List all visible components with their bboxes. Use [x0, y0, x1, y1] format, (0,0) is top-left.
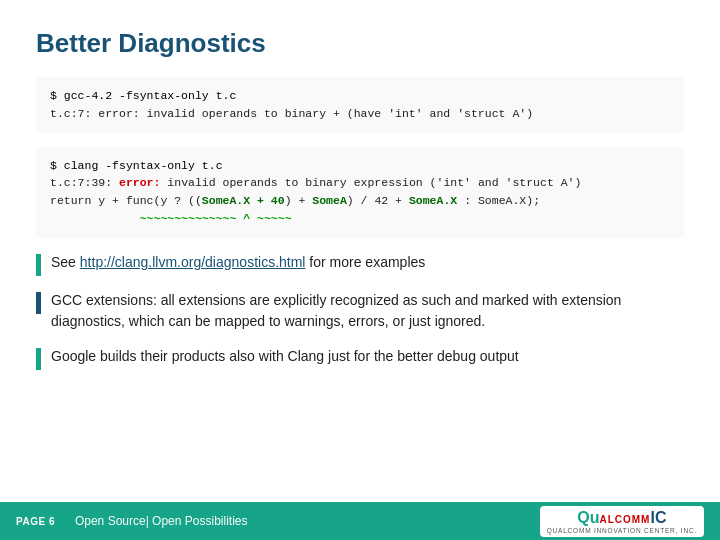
clang-error-line: t.c:7:39: error: invalid operands to bin…	[50, 174, 670, 192]
footer-page-number: PAGE 6	[16, 516, 55, 527]
gcc-command-line: $ gcc-4.2 -fsyntax-only t.c	[50, 87, 670, 105]
logo-tagline: QUALCOMM INNOVATION CENTER, INC.	[547, 527, 697, 534]
bullet-gcc-extensions: GCC extensions: all extensions are expli…	[36, 290, 684, 332]
footer-logo: QuALCOMMIC QUALCOMM INNOVATION CENTER, I…	[540, 506, 704, 537]
logo-ic-text: IC	[650, 509, 666, 527]
bullet-text-3: Google builds their products also with C…	[51, 346, 519, 367]
slide: Better Diagnostics $ gcc-4.2 -fsyntax-on…	[0, 0, 720, 540]
bullet-text-1: See http://clang.llvm.org/diagnostics.ht…	[51, 252, 425, 273]
logo-box: QuALCOMMIC QUALCOMM INNOVATION CENTER, I…	[540, 506, 704, 537]
gcc-error-line: t.c:7: error: invalid operands to binary…	[50, 105, 670, 123]
logo-main-row: QuALCOMMIC	[577, 509, 666, 527]
bullet-google: Google builds their products also with C…	[36, 346, 684, 370]
bullet-1-prefix: See	[51, 254, 80, 270]
clang-code-block: $ clang -fsyntax-only t.c t.c:7:39: erro…	[36, 147, 684, 238]
bullet-bar-2	[36, 292, 41, 314]
clang-command-line: $ clang -fsyntax-only t.c	[50, 157, 670, 175]
tilde-indicator-line: ~~~~~~~~~~~~~~ ^ ~~~~~	[50, 210, 670, 228]
bullet-text-2: GCC extensions: all extensions are expli…	[51, 290, 684, 332]
bullet-1-suffix: for more examples	[305, 254, 425, 270]
error-label: error:	[119, 176, 160, 189]
slide-title: Better Diagnostics	[36, 28, 684, 59]
diagnostics-link[interactable]: http://clang.llvm.org/diagnostics.html	[80, 254, 306, 270]
bullet-see-link: See http://clang.llvm.org/diagnostics.ht…	[36, 252, 684, 276]
logo-inner: QuALCOMMIC QUALCOMM INNOVATION CENTER, I…	[547, 509, 697, 534]
return-code-line: return y + func(y ? ((SomeA.X + 40) + So…	[50, 192, 670, 210]
logo-alcomm-text: ALCOMM	[599, 514, 650, 525]
bullet-bar-3	[36, 348, 41, 370]
gcc-code-block: $ gcc-4.2 -fsyntax-only t.c t.c:7: error…	[36, 77, 684, 133]
logo-qu-text: Qu	[577, 509, 599, 527]
bullet-bar-1	[36, 254, 41, 276]
footer: PAGE 6 Open Source| Open Possibilities Q…	[0, 502, 720, 540]
footer-center-text: Open Source| Open Possibilities	[75, 514, 540, 528]
